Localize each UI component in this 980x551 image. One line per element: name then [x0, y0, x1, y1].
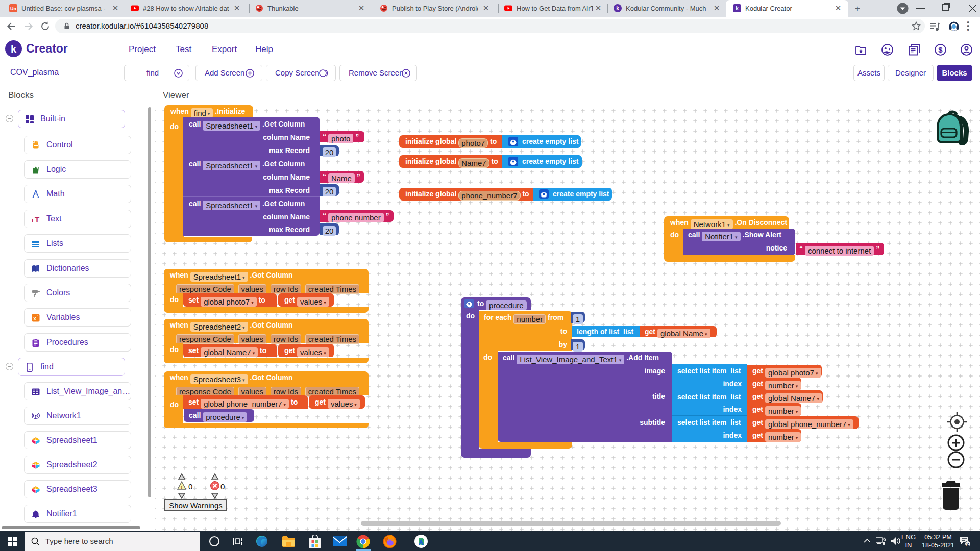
svg-text:!: !: [181, 485, 183, 490]
svg-text:0: 0: [188, 482, 192, 491]
svg-text:Un: Un: [10, 6, 16, 11]
svg-text:т: т: [31, 217, 34, 223]
svg-text:$: $: [938, 45, 943, 54]
svg-text:GO MV: GO MV: [951, 30, 957, 32]
svg-text:k: k: [11, 43, 17, 55]
svg-text:k: k: [736, 6, 739, 11]
svg-text:ʾ: ʾ: [37, 315, 38, 318]
svg-text:0: 0: [220, 482, 225, 491]
svg-text:2: 2: [966, 541, 969, 547]
svg-text:x: x: [33, 316, 36, 321]
svg-text:k: k: [616, 6, 619, 11]
svg-text:T: T: [35, 215, 39, 224]
